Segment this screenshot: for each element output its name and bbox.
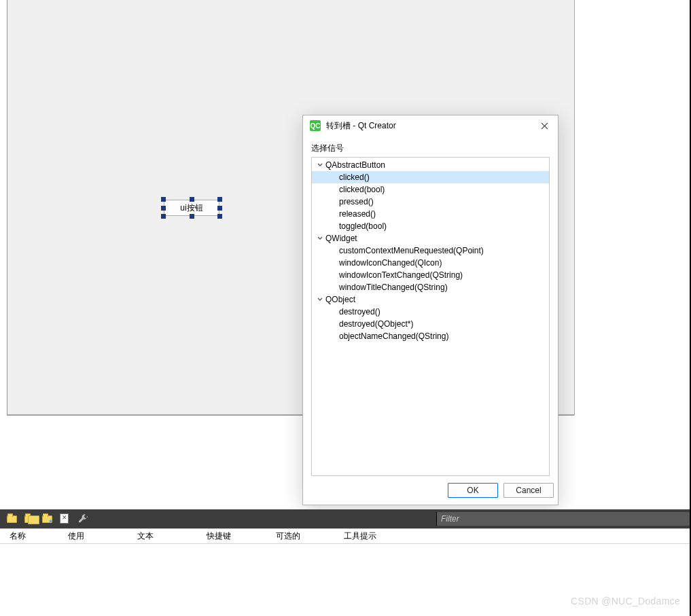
resize-handle-mid-left[interactable] <box>161 206 166 211</box>
go-to-slot-dialog: QC 转到槽 - Qt Creator 选择信号 QAbstractButton… <box>302 115 559 505</box>
action-toolbar <box>0 509 691 528</box>
tree-signal-item[interactable]: clicked() <box>312 171 549 183</box>
filter-input[interactable] <box>437 512 691 526</box>
watermark-text: CSDN @NUC_Dodamce <box>571 596 680 606</box>
resize-handle-top-right[interactable] <box>217 197 222 202</box>
close-button[interactable] <box>535 118 554 133</box>
chevron-down-icon <box>316 159 324 171</box>
header-shortcut[interactable]: 快捷键 <box>207 530 276 542</box>
select-signal-label: 选择信号 <box>311 143 550 154</box>
qt-creator-icon: QC <box>310 120 321 131</box>
tree-signal-item[interactable]: objectNameChanged(QString) <box>312 330 549 342</box>
copy-action-icon[interactable] <box>24 513 35 524</box>
tree-signal-item[interactable]: clicked(bool) <box>312 183 549 196</box>
tree-group[interactable]: QWidget <box>312 232 549 244</box>
resize-handle-bot-mid[interactable] <box>190 214 194 219</box>
close-icon <box>541 122 548 130</box>
resize-handle-bot-left[interactable] <box>161 214 166 219</box>
tree-group-label: QWidget <box>325 232 357 244</box>
header-tooltip[interactable]: 工具提示 <box>344 530 691 542</box>
tree-signal-item[interactable]: destroyed() <box>312 306 549 318</box>
signal-tree[interactable]: QAbstractButtonclicked()clicked(bool)pre… <box>311 157 550 476</box>
configure-icon[interactable] <box>77 513 88 524</box>
tree-group[interactable]: QObject <box>312 293 549 306</box>
resize-handle-top-mid[interactable] <box>190 197 194 202</box>
ok-button[interactable]: OK <box>448 483 498 498</box>
header-text[interactable]: 文本 <box>137 530 207 542</box>
dialog-titlebar[interactable]: QC 转到槽 - Qt Creator <box>303 115 558 136</box>
tree-group[interactable]: QAbstractButton <box>312 159 549 171</box>
cancel-button[interactable]: Cancel <box>503 483 554 498</box>
tree-signal-item[interactable]: windowTitleChanged(QString) <box>312 281 549 293</box>
resize-handle-mid-right[interactable] <box>217 206 222 211</box>
tree-group-label: QObject <box>325 293 355 306</box>
filter-container <box>436 512 691 526</box>
header-checkable[interactable]: 可选的 <box>276 530 344 542</box>
tree-signal-item[interactable]: released() <box>312 208 549 220</box>
new-action-icon[interactable] <box>7 513 18 524</box>
header-used[interactable]: 使用 <box>68 530 137 542</box>
paste-action-icon[interactable] <box>42 513 53 524</box>
delete-action-icon[interactable] <box>60 513 71 524</box>
selected-widget-wrapper[interactable]: ui按钮 <box>164 200 219 216</box>
tree-signal-item[interactable]: windowIconTextChanged(QString) <box>312 269 549 281</box>
tree-signal-item[interactable]: pressed() <box>312 196 549 208</box>
dialog-button-row: OK Cancel <box>303 476 558 505</box>
tree-group-label: QAbstractButton <box>325 159 385 171</box>
action-table-headers: 名称 使用 文本 快捷键 可选的 工具提示 <box>0 528 691 544</box>
tree-signal-item[interactable]: windowIconChanged(QIcon) <box>312 257 549 269</box>
tree-signal-item[interactable]: toggled(bool) <box>312 220 549 232</box>
tree-signal-item[interactable]: customContextMenuRequested(QPoint) <box>312 244 549 257</box>
tree-signal-item[interactable]: destroyed(QObject*) <box>312 318 549 330</box>
chevron-down-icon <box>316 232 324 244</box>
resize-handle-bot-right[interactable] <box>217 214 222 219</box>
dialog-title: 转到槽 - Qt Creator <box>326 120 529 132</box>
header-name[interactable]: 名称 <box>0 530 68 542</box>
chevron-down-icon <box>316 293 324 306</box>
resize-handle-top-left[interactable] <box>161 197 166 202</box>
